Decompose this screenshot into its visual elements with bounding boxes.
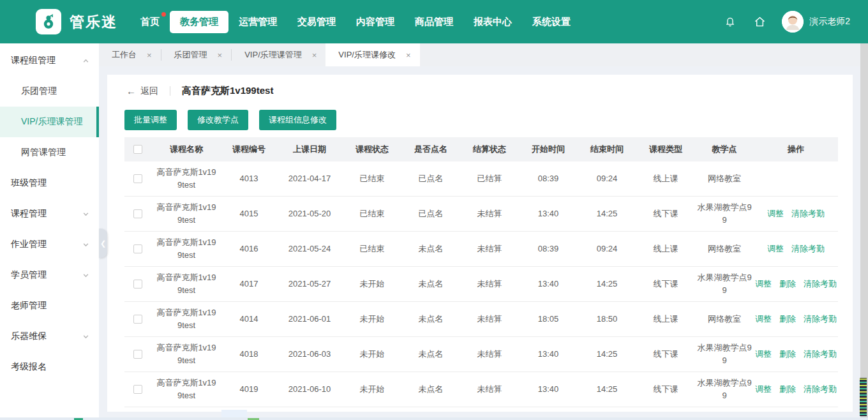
row-checkbox[interactable] (133, 315, 142, 324)
row-checkbox[interactable] (133, 174, 142, 183)
chevron-down-icon (82, 211, 89, 218)
page-header: ← 返回 高音萨克斯1v199test (107, 75, 853, 97)
action-clear-attendance-link[interactable]: 清除考勤 (804, 278, 837, 290)
sidebar-item-label: 学员管理 (11, 269, 47, 281)
cell-date: 2021-05-27 (276, 278, 343, 290)
table-row: 高音萨克斯1v199test40172021-05-27未开始未点名未结算13:… (124, 267, 838, 302)
table-row: 高音萨克斯1v199test40162021-05-24已结束未点名未结算08:… (124, 232, 838, 267)
sidebar-item-7[interactable]: 乐器维保 (0, 321, 99, 352)
select-all-checkbox[interactable] (133, 145, 142, 154)
action-adjust-link[interactable]: 调整 (767, 243, 784, 255)
location-text: 水果湖教学点99 (696, 341, 753, 367)
row-checkbox[interactable] (133, 209, 142, 218)
cell-rollcall: 未点名 (401, 243, 460, 255)
nav-item-4[interactable]: 交易管理 (287, 11, 346, 33)
action-adjust-link[interactable]: 调整 (755, 383, 772, 396)
cell-end-time: 09:24 (578, 172, 636, 185)
action-adjust-link[interactable]: 调整 (767, 207, 784, 220)
action-clear-attendance-link[interactable]: 清除考勤 (804, 313, 837, 326)
cell-end-time: 14:25 (578, 383, 636, 396)
cell-course-type: 线下课 (636, 383, 695, 396)
sidebar-subitem-1-2[interactable]: VIP/乐理课管理 (0, 107, 99, 137)
nav-item-1[interactable]: 首页 (130, 11, 170, 33)
cell-status: 未开始 (343, 383, 401, 396)
action-adjust-link[interactable]: 调整 (755, 348, 772, 361)
action-delete-link[interactable]: 删除 (779, 278, 796, 290)
cell-course-name: 高音萨克斯1v199test (151, 377, 221, 402)
cell-location: 网络教室 (695, 243, 754, 255)
cell-settlement: 未结算 (460, 278, 519, 290)
sidebar-subitem-label: 乐团管理 (21, 86, 57, 97)
user-menu[interactable]: 演示老师2 (782, 11, 850, 33)
row-checkbox[interactable] (133, 350, 142, 359)
notification-dot (161, 12, 166, 17)
sidebar-item-8[interactable]: 考级报名 (0, 352, 99, 382)
home-icon[interactable] (752, 15, 767, 29)
notifications-bell-icon[interactable] (723, 15, 737, 29)
tab-1[interactable]: 工作台× (99, 43, 161, 66)
action-delete-link[interactable]: 删除 (779, 383, 796, 396)
cell-end-time: 14:25 (578, 207, 636, 220)
row-checkbox[interactable] (133, 244, 142, 253)
nav-item-2[interactable]: 教务管理 (170, 11, 228, 33)
sidebar-item-label: 课程管理 (11, 208, 47, 220)
nav-item-8[interactable]: 系统设置 (522, 11, 581, 33)
main-area: 工作台×乐团管理×VIP/乐理课管理×VIP/乐理课修改× ← 返回 高音萨克斯… (99, 43, 868, 420)
sidebar-item-3[interactable]: 课程管理 (0, 199, 99, 229)
row-checkbox[interactable] (133, 280, 142, 289)
tab-close-icon[interactable]: × (218, 51, 223, 59)
cell-location: 水果湖教学点99 (695, 341, 754, 367)
sidebar-item-4[interactable]: 作业管理 (0, 229, 99, 260)
table-row: 高音萨克斯1v199test40192021-06-10未开始未点名未结算13:… (124, 372, 838, 407)
sidebar-collapse-handle[interactable]: ❮ (99, 229, 107, 258)
cell-end-time: 14:25 (578, 348, 636, 361)
row-checkbox[interactable] (133, 385, 142, 394)
location-text: 网络教室 (708, 172, 741, 185)
edit-course-group-button[interactable]: 课程组信息修改 (259, 110, 336, 130)
cell-settlement: 未结算 (460, 383, 519, 396)
action-clear-attendance-link[interactable]: 清除考勤 (791, 243, 825, 255)
sidebar-item-6[interactable]: 老师管理 (0, 290, 99, 321)
column-header-8: 结束时间 (578, 143, 636, 156)
cell-start-time: 13:40 (519, 348, 578, 361)
cell-start-time: 08:39 (519, 243, 578, 255)
location-text: 水果湖教学点99 (696, 201, 753, 227)
header-checkbox-cell (124, 145, 151, 154)
cell-date: 2021-05-24 (276, 243, 343, 255)
cell-course-type: 线上课 (636, 243, 695, 255)
batch-adjust-button[interactable]: 批量调整 (124, 110, 177, 130)
tab-3[interactable]: VIP/乐理课管理× (232, 43, 326, 66)
action-adjust-link[interactable]: 调整 (755, 313, 772, 326)
sidebar-subitem-1-1[interactable]: 乐团管理 (0, 76, 99, 107)
tab-close-icon[interactable]: × (312, 51, 317, 59)
tab-label: 工作台 (112, 49, 137, 61)
nav-item-3[interactable]: 运营管理 (228, 11, 287, 33)
tab-close-icon[interactable]: × (147, 51, 152, 59)
sidebar-item-5[interactable]: 学员管理 (0, 260, 99, 290)
user-avatar (782, 11, 804, 33)
back-button[interactable]: ← 返回 (126, 86, 158, 97)
vertical-scrollbar[interactable] (860, 43, 868, 420)
action-clear-attendance-link[interactable]: 清除考勤 (804, 383, 837, 396)
app-logo[interactable] (36, 9, 61, 34)
cell-course-type: 线下课 (636, 207, 695, 220)
tab-close-icon[interactable]: × (406, 51, 411, 59)
action-clear-attendance-link[interactable]: 清除考勤 (791, 207, 825, 220)
action-adjust-link[interactable]: 调整 (755, 278, 772, 290)
action-clear-attendance-link[interactable]: 清除考勤 (804, 348, 837, 361)
sidebar-subitem-1-3[interactable]: 网管课管理 (0, 137, 99, 168)
change-location-button[interactable]: 修改教学点 (188, 110, 248, 130)
tab-2[interactable]: 乐团管理× (161, 43, 232, 66)
sidebar-item-2[interactable]: 班级管理 (0, 168, 99, 199)
action-delete-link[interactable]: 删除 (779, 313, 796, 326)
cell-rollcall: 已点名 (401, 172, 460, 185)
column-header-3: 上课日期 (276, 143, 343, 156)
nav-item-7[interactable]: 报表中心 (463, 11, 522, 33)
sidebar-item-1[interactable]: 课程组管理 (0, 45, 99, 76)
nav-item-6[interactable]: 商品管理 (405, 11, 463, 33)
sidebar-item-label: 课程组管理 (11, 55, 56, 66)
scrollbar-minimap-widget[interactable] (858, 375, 868, 419)
tab-4[interactable]: VIP/乐理课修改× (326, 43, 419, 66)
action-delete-link[interactable]: 删除 (779, 348, 796, 361)
nav-item-5[interactable]: 内容管理 (346, 11, 405, 33)
